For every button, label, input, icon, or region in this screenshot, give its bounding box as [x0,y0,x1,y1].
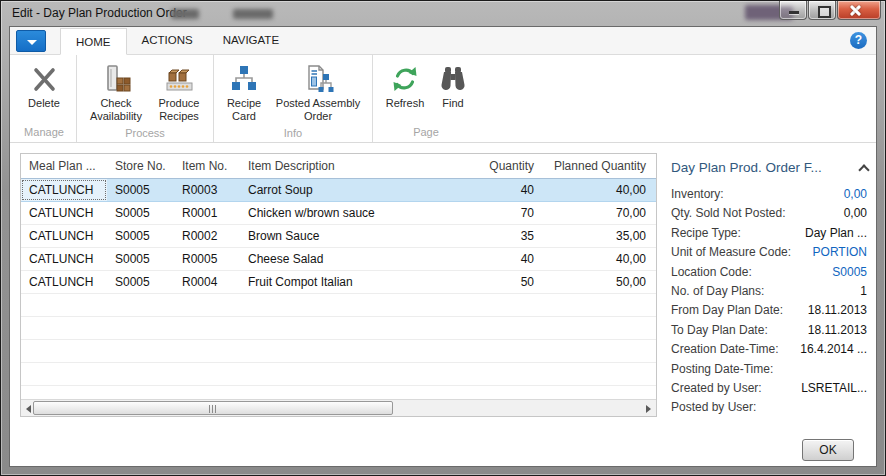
cell-item-description[interactable]: Chicken w/brown sauce [240,202,443,224]
cell-item-no[interactable]: R0004 [174,271,240,293]
factbox-field-value[interactable]: LSRETAIL... [801,381,867,395]
factbox-field: No. of Day Plans: 1 [671,284,867,303]
cell-meal-plan[interactable]: CATLUNCH [21,202,107,224]
minimize-icon[interactable] [779,1,807,20]
column-header-quantity[interactable]: Quantity [443,154,543,178]
ribbon-tabstrip: HOME ACTIONS NAVIGATE ? [10,27,876,55]
cell-quantity[interactable]: 50 [443,271,543,293]
factbox-field-value[interactable]: 0,00 [844,206,867,220]
factbox-field-label: No. of Day Plans: [671,284,764,298]
delete-button[interactable]: Delete [18,60,70,113]
tab-actions[interactable]: ACTIONS [127,27,208,54]
close-icon[interactable] [837,1,881,20]
cell-item-description[interactable]: Cheese Salad [240,248,443,270]
cell-quantity[interactable]: 40 [443,179,543,201]
ok-button[interactable]: OK [802,439,854,461]
cell-planned-quantity[interactable]: 40,00 [543,179,656,201]
cell-quantity[interactable]: 70 [443,202,543,224]
window-content: HOME ACTIONS NAVIGATE ? Delete Manage [9,26,877,467]
grid-empty-rows [21,294,656,399]
ribbon-group-page: Refresh Find [373,55,479,142]
window-title: Edit - Day Plan Production Order [12,6,187,20]
cell-item-no[interactable]: R0005 [174,248,240,270]
cell-item-no[interactable]: R0002 [174,225,240,247]
app-menu-button[interactable] [16,30,46,52]
scrollbar-grip-icon [209,405,217,413]
factbox-field: From Day Plan Date: 18.11.2013 [671,303,867,322]
column-header-item-description[interactable]: Item Description [240,154,443,178]
recipe-card-button[interactable]: Recipe Card [220,60,268,126]
factbox-field-label: Recipe Type: [671,226,741,240]
check-availability-button[interactable]: Check Availability [83,60,149,126]
column-header-planned-quantity[interactable]: Planned Quantity [543,154,656,178]
redacted-text [233,9,273,19]
cell-item-no[interactable]: R0001 [174,202,240,224]
group-label-info: Info [216,126,370,143]
scroll-right-icon[interactable] [640,400,656,416]
produce-recipes-button[interactable]: Produce Recipes [151,60,207,126]
cell-meal-plan[interactable]: CATLUNCH [21,271,107,293]
cell-item-description[interactable]: Carrot Soup [240,179,443,201]
produce-recipes-icon [163,63,195,95]
cell-store-no[interactable]: S0005 [107,179,174,201]
tab-home[interactable]: HOME [60,28,127,55]
ribbon-group-manage: Delete Manage [12,55,77,142]
cell-planned-quantity[interactable]: 40,00 [543,248,656,270]
table-row[interactable]: CATLUNCH S0005 R0004 Fruit Compot Italia… [21,271,656,294]
column-header-item-no[interactable]: Item No. [174,154,240,178]
cell-store-no[interactable]: S0005 [107,271,174,293]
cell-meal-plan[interactable]: CATLUNCH [21,248,107,270]
cell-meal-plan[interactable]: CATLUNCH [21,179,107,201]
scrollbar-thumb[interactable] [33,401,393,415]
horizontal-scrollbar[interactable] [21,399,656,416]
cell-quantity[interactable]: 35 [443,225,543,247]
tab-navigate[interactable]: NAVIGATE [208,27,294,54]
factbox-header[interactable]: Day Plan Prod. Order F... [664,153,874,181]
factbox-field-label: Inventory: [671,187,724,201]
cell-item-description[interactable]: Brown Sauce [240,225,443,247]
factbox-field-label: Unit of Measure Code: [671,245,791,259]
titlebar: Edit - Day Plan Production Order [1,1,885,26]
factbox-field: Posted by User: [671,400,867,419]
find-button[interactable]: Find [433,60,473,113]
window-controls [778,1,881,20]
cell-planned-quantity[interactable]: 50,00 [543,271,656,293]
maximize-icon[interactable] [808,1,836,20]
group-label-manage: Manage [14,125,74,142]
posted-assembly-order-button[interactable]: Posted Assembly Order [270,60,366,126]
table-row[interactable]: CATLUNCH S0005 R0003 Carrot Soup 40 40,0… [21,179,656,202]
cell-meal-plan[interactable]: CATLUNCH [21,225,107,247]
chevron-up-icon[interactable] [859,163,868,172]
help-icon[interactable]: ? [850,32,867,49]
factbox-field-value[interactable]: 0,00 [844,187,867,201]
table-row[interactable]: CATLUNCH S0005 R0001 Chicken w/brown sau… [21,202,656,225]
factbox-field: Posting Date-Time: [671,362,867,381]
factbox-field-value[interactable]: 1 [860,284,867,298]
cell-planned-quantity[interactable]: 70,00 [543,202,656,224]
table-row[interactable]: CATLUNCH S0005 R0005 Cheese Salad 40 40,… [21,248,656,271]
cell-item-description[interactable]: Fruit Compot Italian [240,271,443,293]
column-header-store-no[interactable]: Store No. [107,154,174,178]
factbox-field-value[interactable]: Day Plan ... [805,226,867,240]
binoculars-icon [437,63,469,95]
redacted-text [171,9,199,19]
cell-item-no[interactable]: R0003 [174,179,240,201]
cell-store-no[interactable]: S0005 [107,202,174,224]
factbox-field-value[interactable]: PORTION [813,245,867,259]
factbox-field-value[interactable]: 18.11.2013 [808,323,867,337]
factbox-fields: Inventory: 0,00 Qty. Sold Not Posted: 0,… [664,181,874,420]
table-row[interactable]: CATLUNCH S0005 R0002 Brown Sauce 35 35,0… [21,225,656,248]
factbox-field-value[interactable]: S0005 [832,265,867,279]
refresh-button[interactable]: Refresh [379,60,431,113]
factbox-field-value[interactable]: 16.4.2014 ... [800,342,867,356]
group-label-process: Process [79,126,211,143]
column-header-meal-plan[interactable]: Meal Plan ... [21,154,107,178]
cell-store-no[interactable]: S0005 [107,225,174,247]
factbox-field-value[interactable]: 18.11.2013 [808,303,867,317]
delete-x-icon [28,63,60,95]
cell-store-no[interactable]: S0005 [107,248,174,270]
cell-planned-quantity[interactable]: 35,00 [543,225,656,247]
factbox-field: Location Code: S0005 [671,265,867,284]
factbox-field-label: Qty. Sold Not Posted: [671,206,786,220]
cell-quantity[interactable]: 40 [443,248,543,270]
